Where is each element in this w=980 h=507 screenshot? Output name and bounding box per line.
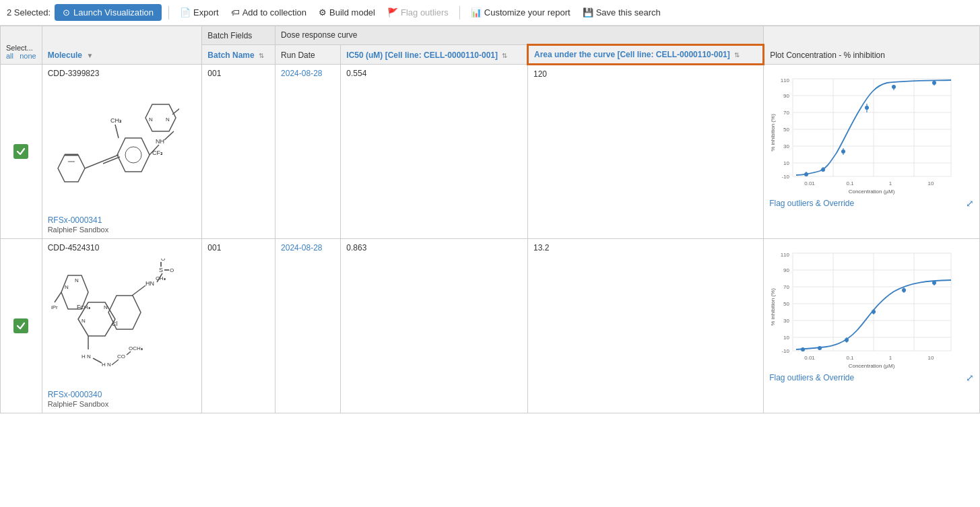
svg-text:1: 1 — [889, 355, 892, 361]
separator-1 — [168, 6, 169, 20]
svg-text:N: N — [104, 304, 108, 310]
svg-marker-6 — [117, 138, 150, 172]
row2-expand-icon[interactable]: ⤢ — [966, 372, 974, 383]
row2-checkbox[interactable] — [13, 318, 28, 333]
svg-text:CF₃: CF₃ — [152, 149, 163, 156]
svg-text:CH₃: CH₃ — [156, 275, 166, 281]
svg-line-17 — [115, 125, 119, 138]
svg-text:90: 90 — [783, 267, 789, 273]
svg-text:0.1: 0.1 — [847, 355, 855, 361]
svg-point-107 — [845, 338, 849, 342]
ic50-sort-icon[interactable]: ⇅ — [502, 52, 507, 59]
svg-text:70: 70 — [783, 110, 789, 116]
svg-text:-10: -10 — [782, 348, 790, 354]
row1-molecule-cell: CDD-3399823 — [42, 65, 202, 239]
svg-text:10: 10 — [928, 355, 934, 361]
row2-plot-area: 110 90 70 50 30 10 -10 0.01 0.1 1 10 — [769, 243, 958, 371]
row1-auc-value: 120 — [533, 69, 547, 79]
svg-text:10: 10 — [928, 180, 934, 187]
svg-line-59 — [132, 285, 145, 296]
svg-text:50: 50 — [783, 127, 789, 133]
svg-text:NH: NH — [156, 138, 164, 145]
molecule-column-header: Molecule ▼ — [42, 26, 202, 65]
auc-column-header: Area under the curve [Cell line: CELL-00… — [528, 45, 764, 65]
column-group-row: Select... all none Molecule ▼ Batch Fiel… — [1, 26, 980, 45]
svg-text:110: 110 — [781, 77, 790, 83]
svg-line-76 — [93, 358, 102, 363]
row1-run-date[interactable]: 2024-08-28 — [281, 69, 322, 78]
svg-point-105 — [818, 346, 822, 350]
svg-text:N: N — [149, 116, 153, 123]
batch-sort-icon[interactable]: ⇅ — [259, 52, 264, 59]
svg-text:CH₃: CH₃ — [110, 117, 122, 124]
svg-line-78 — [112, 360, 119, 365]
svg-text:H N: H N — [102, 362, 111, 368]
data-table: Select... all none Molecule ▼ Batch Fiel… — [0, 26, 980, 413]
model-icon: ⚙ — [319, 7, 327, 18]
svg-text:N: N — [81, 318, 86, 324]
select-none-link[interactable]: none — [20, 52, 36, 60]
save-search-button[interactable]: 💾 Save this search — [579, 5, 665, 20]
svg-point-7 — [125, 147, 141, 163]
table-body: CDD-3399823 — [1, 65, 980, 413]
row2-plot-cell: 110 90 70 50 30 10 -10 0.01 0.1 1 10 — [764, 239, 980, 413]
molecule2-structure: N N Cl F — [51, 259, 179, 386]
molecule-sort-icon[interactable]: ▼ — [86, 52, 93, 59]
launch-visualization-button[interactable]: ⊙ Launch Visualization — [55, 4, 162, 21]
row2-ic50-cell: 0.863 — [341, 239, 528, 413]
row2-checkbox-cell[interactable] — [1, 239, 42, 413]
row2-molecule-image: N N Cl F — [48, 255, 183, 390]
row1-checkbox-cell[interactable] — [1, 65, 42, 239]
svg-text:N: N — [75, 277, 79, 283]
row2-molecule-link[interactable]: RFSx-0000340 — [48, 390, 197, 399]
svg-text:1: 1 — [889, 180, 892, 187]
select-all-link[interactable]: all — [6, 52, 13, 60]
build-model-button[interactable]: ⚙ Build model — [315, 5, 379, 20]
svg-line-80 — [127, 351, 131, 355]
svg-line-71 — [55, 292, 61, 302]
svg-point-103 — [801, 347, 805, 351]
flag-outliers-button[interactable]: 🚩 Flag outliers — [383, 5, 453, 20]
svg-point-48 — [892, 85, 896, 89]
row2-molecule-cell: CDD-4524310 N N Cl — [42, 239, 202, 413]
row1-auc-cell: 120 — [528, 65, 764, 239]
svg-point-40 — [804, 172, 808, 176]
svg-text:O: O — [161, 259, 165, 262]
row1-molecule-image: NH N N CH₃ — [48, 81, 183, 215]
svg-text:0.1: 0.1 — [847, 180, 855, 187]
row1-expand-icon[interactable]: ⤢ — [966, 198, 974, 209]
customize-report-button[interactable]: 📊 Customize your report — [467, 5, 575, 20]
svg-text:N: N — [65, 284, 69, 290]
svg-point-46 — [865, 106, 869, 110]
flag-icon: 🚩 — [387, 7, 398, 18]
row1-plot-svg: 110 90 70 50 30 10 -10 0.01 0.1 1 10 — [769, 69, 958, 197]
row2-flag-link[interactable]: Flag outliers & Override — [769, 373, 854, 382]
checkmark-icon — [16, 147, 26, 156]
row1-cdd-id: CDD-3399823 — [48, 69, 197, 78]
svg-text:Concentration (µM): Concentration (µM) — [849, 189, 895, 195]
row2-run-date[interactable]: 2024-08-28 — [281, 243, 322, 252]
save-icon: 💾 — [583, 7, 593, 18]
auc-sort-icon[interactable]: ⇅ — [734, 51, 740, 59]
row1-molecule-link[interactable]: RFSx-0000341 — [48, 215, 197, 225]
svg-rect-82 — [793, 253, 951, 351]
svg-text:Concentration (µM): Concentration (µM) — [849, 363, 895, 369]
batch-name-column-header: Batch Name ⇅ — [202, 45, 275, 65]
row1-batch-cell: 001 — [202, 65, 275, 239]
select-column-header: Select... all none — [1, 26, 42, 65]
row1-flag-link[interactable]: Flag outliers & Override — [769, 199, 854, 208]
selected-count-label: 2 Selected: — [7, 7, 51, 18]
separator-2 — [459, 6, 460, 20]
toolbar: 2 Selected: ⊙ Launch Visualization 📄 Exp… — [0, 0, 980, 26]
row2-cdd-id: CDD-4524310 — [48, 243, 197, 252]
export-icon: 📄 — [180, 7, 191, 18]
svg-text:30: 30 — [783, 143, 789, 149]
export-button[interactable]: 📄 Export — [176, 5, 223, 20]
row1-checkbox[interactable] — [13, 144, 28, 159]
row2-rundate-cell: 2024-08-28 — [275, 239, 341, 413]
collection-icon: 🏷 — [231, 7, 240, 18]
row2-batch-cell: 001 — [202, 239, 275, 413]
add-to-collection-button[interactable]: 🏷 Add to collection — [227, 5, 311, 20]
svg-text:30: 30 — [783, 318, 789, 324]
row1-plot-area: 110 90 70 50 30 10 -10 0.01 0.1 1 10 — [769, 69, 958, 197]
